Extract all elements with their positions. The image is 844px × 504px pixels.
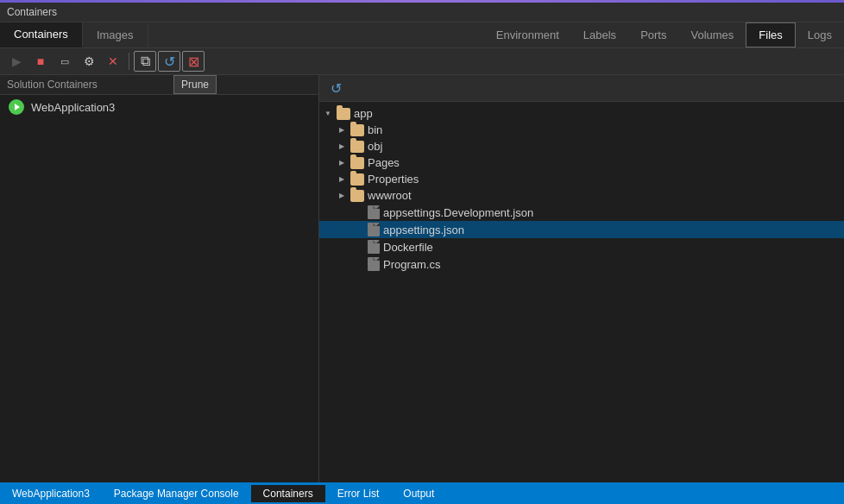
folder-icon-wwwroot [350, 190, 364, 202]
tab-ports[interactable]: Ports [628, 23, 678, 47]
main-toolbar: ▶ ■ ▭ ⚙ ✕ ⧉ ↺ ⊠ Prune [0, 48, 844, 75]
tab-logs[interactable]: Logs [796, 23, 844, 47]
bottom-tab-bar: WebApplication3 Package Manager Console … [0, 482, 844, 504]
tree-item-appsettings[interactable]: appsettings.json [319, 221, 844, 238]
chevron-appsettings-dev [354, 207, 364, 217]
tree-label-program: Program.cs [383, 258, 440, 271]
folder-icon-bin [350, 124, 364, 136]
bottom-tab-pkg-manager[interactable]: Package Manager Console [102, 485, 251, 502]
tree-item-appsettings-dev[interactable]: appsettings.Development.json [319, 204, 844, 221]
tree-label-obj: obj [368, 140, 382, 153]
main-content: Solution Containers WebApplication3 ↺ ▼ … [0, 75, 844, 482]
chevron-app: ▼ [323, 109, 333, 119]
tree-item-program[interactable]: Program.cs [319, 255, 844, 273]
main-tab-bar: Containers Images Environment Labels Por… [0, 22, 844, 48]
tab-volumes[interactable]: Volumes [678, 23, 746, 47]
tab-images[interactable]: Images [83, 23, 148, 47]
chevron-appsettings [354, 224, 364, 235]
file-icon-appsettings-dev [368, 205, 380, 219]
bottom-tab-output[interactable]: Output [391, 485, 446, 502]
file-icon-dockerfile [368, 240, 380, 254]
tree-item-pages[interactable]: ▶ Pages [319, 154, 844, 171]
chevron-pages: ▶ [337, 158, 347, 168]
bottom-tab-containers[interactable]: Containers [251, 485, 325, 502]
chevron-wwwroot: ▶ [337, 191, 347, 201]
tree-label-bin: bin [368, 123, 382, 136]
chevron-dockerfile [354, 242, 364, 252]
folder-icon-pages [350, 157, 364, 169]
refresh-button[interactable]: ↺ [158, 51, 180, 72]
delete-button[interactable]: ✕ [102, 51, 124, 72]
tree-label-dockerfile: Dockerfile [383, 241, 433, 254]
prune-container: ⊠ Prune [182, 51, 205, 72]
tree-label-wwwroot: wwwroot [368, 189, 412, 202]
file-icon-appsettings [368, 223, 380, 236]
tree-label-properties: Properties [368, 173, 419, 186]
tab-environment[interactable]: Environment [484, 23, 571, 47]
duplicate-button[interactable]: ⧉ [134, 51, 156, 72]
tree-label-pages: Pages [368, 156, 400, 169]
tree-item-dockerfile[interactable]: Dockerfile [319, 238, 844, 255]
start-button[interactable]: ▶ [5, 51, 28, 72]
container-name: WebApplication3 [31, 101, 115, 114]
tree-label-app: app [354, 107, 373, 120]
right-toolbar: ↺ [319, 75, 844, 102]
tree-item-wwwroot[interactable]: ▶ wwwroot [319, 187, 844, 204]
file-refresh-button[interactable]: ↺ [326, 79, 345, 98]
chevron-obj: ▶ [337, 142, 347, 152]
right-panel: ↺ ▼ app ▶ bin ▶ obj ▶ [319, 75, 844, 482]
container-list: WebApplication3 [0, 95, 318, 482]
chevron-bin: ▶ [337, 125, 347, 135]
right-tab-group: Environment Labels Ports Volumes Files L… [484, 22, 844, 47]
file-tree: ▼ app ▶ bin ▶ obj ▶ Pages [319, 102, 844, 482]
tree-item-bin[interactable]: ▶ bin [319, 122, 844, 138]
tree-item-obj[interactable]: ▶ obj [319, 138, 844, 154]
title-bar: Containers [0, 3, 844, 22]
tab-files[interactable]: Files [746, 22, 795, 47]
tab-containers[interactable]: Containers [0, 22, 83, 47]
folder-icon-app [337, 108, 350, 120]
chevron-properties: ▶ [337, 174, 347, 185]
tab-labels[interactable]: Labels [571, 23, 628, 47]
container-item[interactable]: WebApplication3 [0, 95, 318, 119]
bottom-tab-error-list[interactable]: Error List [325, 485, 392, 502]
bottom-tab-webapp[interactable]: WebApplication3 [0, 485, 102, 502]
terminal-button[interactable]: ▭ [54, 51, 76, 72]
file-icon-program [368, 257, 380, 271]
title-label: Containers [7, 6, 57, 18]
folder-icon-properties [350, 173, 364, 186]
tree-item-properties[interactable]: ▶ Properties [319, 171, 844, 187]
tree-label-appsettings: appsettings.json [383, 224, 464, 236]
toolbar-separator [129, 53, 129, 70]
running-indicator [9, 99, 24, 115]
chevron-program [354, 259, 364, 269]
folder-icon-obj [350, 141, 364, 153]
settings-button[interactable]: ⚙ [78, 51, 100, 72]
prune-button[interactable]: ⊠ [182, 51, 205, 72]
left-panel: Solution Containers WebApplication3 [0, 75, 319, 482]
stop-button[interactable]: ■ [29, 51, 52, 72]
solution-containers-title: Solution Containers [0, 75, 318, 95]
tree-label-appsettings-dev: appsettings.Development.json [383, 206, 533, 219]
tree-item-app[interactable]: ▼ app [319, 105, 844, 122]
